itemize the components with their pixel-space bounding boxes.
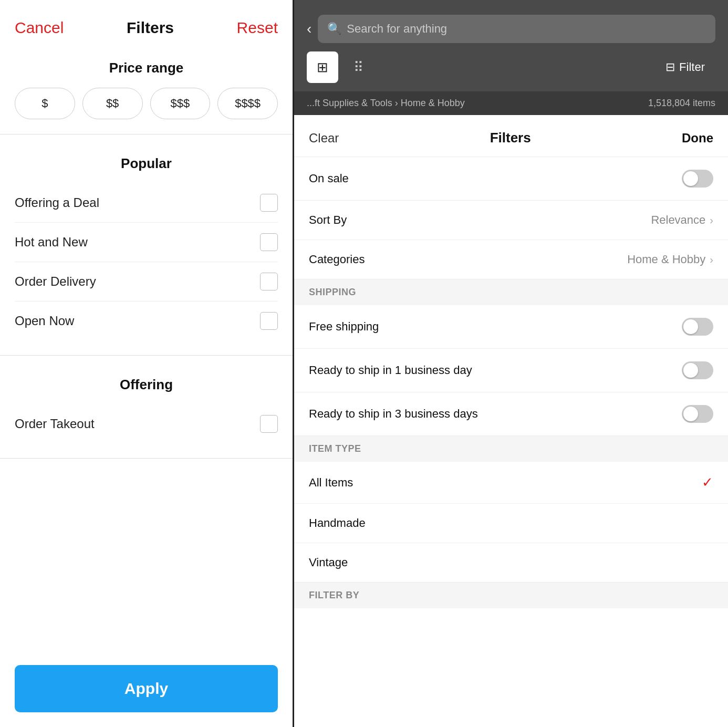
sort-by-text: Relevance — [651, 213, 705, 227]
vintage-label: Vintage — [309, 556, 348, 569]
item-type-section-header: ITEM TYPE — [294, 436, 728, 462]
open-now-label: Open Now — [15, 314, 74, 328]
cancel-button[interactable]: Cancel — [15, 19, 64, 37]
filter-icon: ⊟ — [665, 60, 675, 74]
back-icon[interactable]: ‹ — [307, 20, 311, 37]
list-item: Offering a Deal — [15, 183, 278, 223]
filter-label: Filter — [679, 60, 705, 74]
shipping-section-header: SHIPPING — [294, 279, 728, 305]
order-takeout-label: Order Takeout — [15, 417, 95, 431]
free-shipping-label: Free shipping — [309, 320, 379, 334]
price-range-title: Price range — [15, 60, 278, 76]
list-item[interactable]: All Items ✓ — [294, 462, 728, 504]
right-filters-title: Filters — [490, 130, 531, 146]
view-icons: ⊞ ⠿ — [307, 51, 374, 83]
on-sale-toggle[interactable] — [682, 170, 713, 188]
offering-title: Offering — [15, 377, 278, 393]
right-panel: ‹ 🔍 Search for anything ⊞ ⠿ ⊟ Filter ...… — [294, 0, 728, 727]
sort-by-label: Sort By — [309, 213, 347, 227]
search-bar[interactable]: 🔍 Search for anything — [318, 15, 715, 43]
price-1-button[interactable]: $ — [15, 88, 75, 119]
grid-view-button[interactable]: ⊞ — [307, 51, 338, 83]
breadcrumb-row: ...ft Supplies & Tools › Home & Hobby 1,… — [294, 91, 728, 115]
offering-deal-checkbox[interactable] — [260, 194, 278, 212]
list-item: Open Now — [15, 302, 278, 340]
categories-label: Categories — [309, 253, 365, 266]
offering-section: Offering Order Takeout — [0, 356, 293, 459]
item-type-label: ITEM TYPE — [309, 443, 361, 454]
price-4-button[interactable]: $$$$ — [217, 88, 278, 119]
grid-3-icon: ⠿ — [353, 59, 363, 76]
search-placeholder: Search for anything — [347, 22, 447, 36]
left-panel: Cancel Filters Reset Price range $ $$ $$… — [0, 0, 294, 727]
apply-button[interactable]: Apply — [15, 665, 278, 712]
search-row: ‹ 🔍 Search for anything — [307, 15, 715, 43]
chevron-right-icon: › — [710, 214, 713, 226]
price-2-button[interactable]: $$ — [82, 88, 143, 119]
filter-by-label: FILTER BY — [309, 590, 359, 600]
list-item[interactable]: Sort By Relevance › — [294, 201, 728, 240]
view-filter-row: ⊞ ⠿ ⊟ Filter — [307, 51, 715, 83]
ship-3days-label: Ready to ship in 3 business days — [309, 407, 478, 421]
price-3-button[interactable]: $$$ — [150, 88, 211, 119]
right-filters-header: Clear Filters Done — [294, 115, 728, 157]
list-item[interactable]: Handmade — [294, 504, 728, 543]
checkmark-icon: ✓ — [702, 474, 713, 491]
free-shipping-toggle[interactable] — [682, 318, 713, 336]
categories-value: Home & Hobby › — [627, 253, 713, 266]
items-count: 1,518,804 items — [648, 98, 715, 109]
right-filters: Clear Filters Done On sale Sort By Relev… — [294, 115, 728, 727]
clear-button[interactable]: Clear — [309, 131, 339, 146]
price-range-section: Price range $ $$ $$$ $$$$ — [0, 49, 293, 134]
list-item: Ready to ship in 1 business day — [294, 349, 728, 392]
offering-deal-label: Offering a Deal — [15, 195, 99, 210]
order-delivery-checkbox[interactable] — [260, 273, 278, 290]
on-sale-label: On sale — [309, 172, 349, 185]
filter-by-section-header: FILTER BY — [294, 583, 728, 608]
open-now-checkbox[interactable] — [260, 312, 278, 330]
search-icon: 🔍 — [327, 22, 341, 36]
shipping-label: SHIPPING — [309, 287, 356, 297]
list-view-button[interactable]: ⠿ — [342, 51, 374, 83]
categories-text: Home & Hobby — [627, 253, 705, 266]
list-item: Free shipping — [294, 305, 728, 349]
list-item[interactable]: Vintage — [294, 543, 728, 583]
list-item: Ready to ship in 3 business days — [294, 392, 728, 436]
popular-section: Popular Offering a Deal Hot and New Orde… — [0, 134, 293, 356]
all-items-label: All Items — [309, 476, 353, 490]
chevron-right-icon: › — [710, 254, 713, 266]
reset-button[interactable]: Reset — [237, 19, 278, 37]
list-item: Order Takeout — [15, 404, 278, 443]
grid-2-icon: ⊞ — [317, 59, 328, 76]
list-item: On sale — [294, 157, 728, 201]
apply-btn-container: Apply — [0, 655, 293, 727]
list-item: Order Delivery — [15, 262, 278, 302]
price-buttons: $ $$ $$$ $$$$ — [15, 88, 278, 119]
right-top-bar: ‹ 🔍 Search for anything ⊞ ⠿ ⊟ Filter — [294, 0, 728, 91]
list-item: Hot and New — [15, 223, 278, 262]
sort-by-value: Relevance › — [651, 213, 713, 227]
popular-title: Popular — [15, 155, 278, 172]
hot-new-checkbox[interactable] — [260, 233, 278, 251]
filter-button[interactable]: ⊟ Filter — [655, 53, 715, 81]
ship-1day-label: Ready to ship in 1 business day — [309, 364, 472, 377]
list-item[interactable]: Categories Home & Hobby › — [294, 240, 728, 279]
filters-title: Filters — [127, 19, 174, 37]
hot-new-label: Hot and New — [15, 235, 88, 250]
order-delivery-label: Order Delivery — [15, 274, 96, 289]
order-takeout-checkbox[interactable] — [260, 415, 278, 433]
left-header: Cancel Filters Reset — [0, 0, 293, 49]
ship-3days-toggle[interactable] — [682, 405, 713, 423]
breadcrumb: ...ft Supplies & Tools › Home & Hobby — [307, 98, 465, 109]
handmade-label: Handmade — [309, 516, 366, 530]
done-button[interactable]: Done — [682, 131, 713, 146]
ship-1day-toggle[interactable] — [682, 361, 713, 379]
